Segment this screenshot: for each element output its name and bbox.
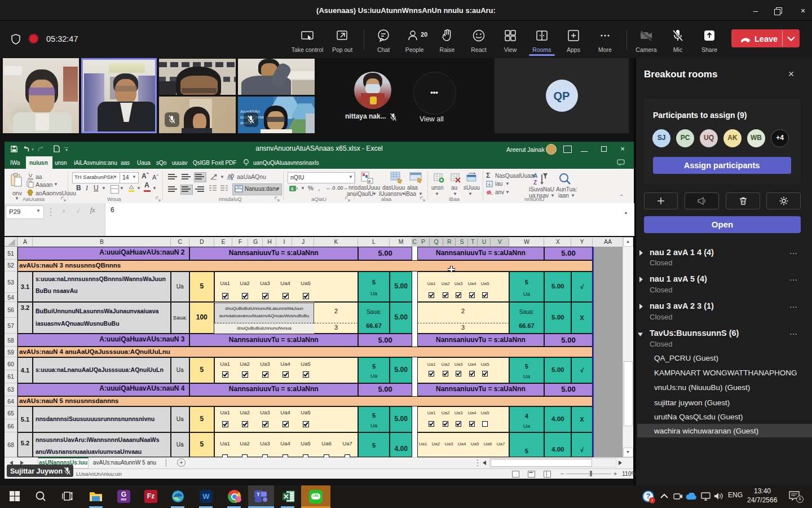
svg-text:A: A xyxy=(533,173,537,179)
svg-text:≠: ≠ xyxy=(368,179,371,184)
svg-text:Z: Z xyxy=(533,179,537,186)
svg-text:$: $ xyxy=(291,186,294,191)
